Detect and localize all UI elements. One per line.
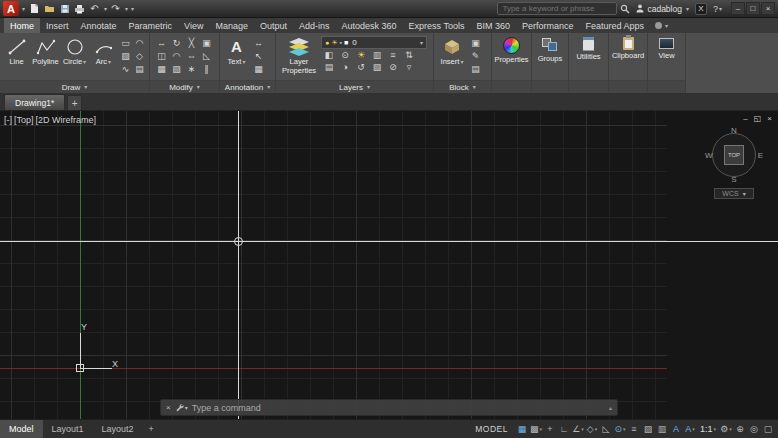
- tab-add-ins[interactable]: Add-ins: [293, 18, 336, 33]
- view-icon[interactable]: [659, 38, 674, 49]
- viewcube-north[interactable]: N: [731, 126, 737, 135]
- app-menu-caret-icon[interactable]: ▾: [22, 6, 25, 12]
- doc-restore-icon[interactable]: ◱: [754, 114, 762, 123]
- tab-parametric[interactable]: Parametric: [123, 18, 179, 33]
- search-icon[interactable]: [617, 2, 633, 16]
- save-icon[interactable]: [58, 2, 71, 16]
- edit-block-icon[interactable]: ✎: [469, 50, 482, 62]
- command-close-icon[interactable]: ×: [166, 403, 171, 412]
- layer-off-icon[interactable]: ◧: [321, 49, 337, 61]
- new-layout-button[interactable]: +: [143, 420, 160, 438]
- tab-performance[interactable]: Performance: [516, 18, 580, 33]
- circle-button[interactable]: Circle▾: [61, 35, 88, 80]
- wcs-dropdown[interactable]: WCS▾: [714, 188, 754, 199]
- help-button[interactable]: ?▾: [710, 2, 725, 16]
- close-button[interactable]: ×: [761, 2, 775, 15]
- table-icon[interactable]: ▦: [252, 63, 265, 75]
- erase-icon[interactable]: ▨: [170, 63, 183, 75]
- tab-output[interactable]: Output: [254, 18, 293, 33]
- model-space-button[interactable]: MODEL: [475, 424, 508, 434]
- block-panel-label[interactable]: Block▾: [434, 80, 491, 93]
- qat-customize-caret-icon[interactable]: ▾: [131, 6, 134, 12]
- polar-tracking-icon[interactable]: ∠▾: [571, 420, 585, 438]
- line-button[interactable]: Line: [3, 35, 30, 80]
- layers-panel-label[interactable]: Layers▾: [276, 80, 433, 93]
- clean-screen-icon[interactable]: ▢: [761, 420, 775, 438]
- define-attributes-icon[interactable]: ▤: [469, 63, 482, 75]
- snap-mode-icon[interactable]: ▩▾: [529, 420, 543, 438]
- tab-insert[interactable]: Insert: [40, 18, 75, 33]
- move-icon[interactable]: ↔: [155, 37, 168, 49]
- viewcube-south[interactable]: S: [731, 175, 736, 184]
- create-block-icon[interactable]: ▣: [469, 37, 482, 49]
- tab-featured-apps[interactable]: Featured Apps: [579, 18, 650, 33]
- ucs-origin-box[interactable]: [76, 364, 84, 372]
- minimize-button[interactable]: –: [731, 2, 745, 15]
- command-line[interactable]: × ▾ Type a command ▴: [160, 399, 618, 416]
- object-snap-tracking-icon[interactable]: ◺: [599, 420, 613, 438]
- layer-dropdown-caret-icon[interactable]: ▾: [420, 40, 423, 46]
- viewcube-east[interactable]: E: [758, 151, 763, 160]
- grid-display-icon[interactable]: ▦: [515, 420, 529, 438]
- exchange-apps-icon[interactable]: X: [692, 2, 710, 16]
- maximize-button[interactable]: □: [746, 2, 760, 15]
- trim-icon[interactable]: ╳: [185, 37, 198, 49]
- doc-close-icon[interactable]: ×: [767, 114, 772, 123]
- annotation-panel-label[interactable]: Annotation▾: [220, 80, 275, 93]
- isolate-objects-icon[interactable]: ◎: [747, 420, 761, 438]
- tab-bim-360[interactable]: BIM 360: [470, 18, 516, 33]
- properties-label[interactable]: Properties: [494, 56, 528, 65]
- annotation-scale-button[interactable]: 1:1▾: [697, 420, 719, 438]
- layout1-tab[interactable]: Layout1: [43, 420, 93, 438]
- groups-icon[interactable]: [541, 37, 559, 53]
- rotate-icon[interactable]: ↻: [170, 37, 183, 49]
- tab-view[interactable]: View: [178, 18, 209, 33]
- layer-unlock-icon[interactable]: ▿: [401, 61, 417, 73]
- annotation-visibility-icon[interactable]: A: [669, 420, 683, 438]
- signin-caret-icon[interactable]: ▾: [686, 6, 689, 12]
- isometric-drafting-icon[interactable]: ◇▾: [585, 420, 599, 438]
- stretch-icon[interactable]: ⇔: [185, 50, 198, 62]
- command-input[interactable]: Type a command: [192, 403, 261, 413]
- selection-cycling-icon[interactable]: ▥: [655, 420, 669, 438]
- layer-state-icon[interactable]: ▤: [321, 61, 337, 73]
- utilities-label[interactable]: Utilities: [576, 53, 600, 62]
- layer-merge-icon[interactable]: ▧: [369, 61, 385, 73]
- layer-walk-icon[interactable]: ◑: [337, 61, 353, 73]
- layer-lock-icon[interactable]: ▥: [369, 49, 385, 61]
- command-customize-icon[interactable]: ▾: [175, 403, 188, 412]
- text-button[interactable]: A Text▾: [223, 35, 250, 80]
- mirror-icon[interactable]: ◫: [155, 50, 168, 62]
- viewcube-top-face[interactable]: TOP: [724, 145, 744, 165]
- redo-caret-icon[interactable]: ▾: [125, 6, 128, 12]
- rectangle-icon[interactable]: ▭: [119, 37, 132, 49]
- polygon-icon[interactable]: ◇: [133, 50, 146, 62]
- clipboard-icon[interactable]: [623, 37, 634, 50]
- scale-icon[interactable]: ◺: [200, 50, 213, 62]
- object-snap-icon[interactable]: ⊙▾: [613, 420, 627, 438]
- explode-icon[interactable]: ∗: [185, 63, 198, 75]
- groups-label[interactable]: Groups: [538, 55, 563, 64]
- gradient-icon[interactable]: ▤: [133, 63, 146, 75]
- search-input[interactable]: [497, 2, 617, 15]
- ribbon-cycle-caret-icon[interactable]: ▾: [665, 23, 668, 29]
- utilities-icon[interactable]: [583, 37, 594, 51]
- ribbon-display-toggle[interactable]: ▾: [650, 18, 673, 33]
- autoscale-icon[interactable]: A▾: [683, 420, 697, 438]
- open-icon[interactable]: [43, 2, 56, 16]
- draw-panel-label[interactable]: Draw▾: [0, 80, 149, 93]
- viewcube[interactable]: N W E S TOP WCS▾: [704, 125, 764, 199]
- ellipse-icon[interactable]: ◠: [133, 37, 146, 49]
- copy-icon[interactable]: ▣: [200, 37, 213, 49]
- plot-icon[interactable]: [73, 2, 86, 16]
- help-caret-icon[interactable]: ▾: [719, 6, 722, 12]
- model-tab[interactable]: Model: [0, 420, 43, 438]
- layer-dropdown[interactable]: ● ☀ ▪ ■ 0 ▾: [321, 36, 427, 49]
- drawing-tab[interactable]: Drawing1*: [4, 94, 65, 110]
- arc-button[interactable]: Arc▾: [90, 35, 117, 80]
- drawing-area[interactable]: [-] [Top] [2D Wireframe] – ◱ × N W E S T…: [0, 111, 778, 419]
- layout2-tab[interactable]: Layout2: [93, 420, 143, 438]
- offset-icon[interactable]: ∥: [200, 63, 213, 75]
- transparency-icon[interactable]: ▨: [641, 420, 655, 438]
- properties-icon[interactable]: [503, 37, 520, 54]
